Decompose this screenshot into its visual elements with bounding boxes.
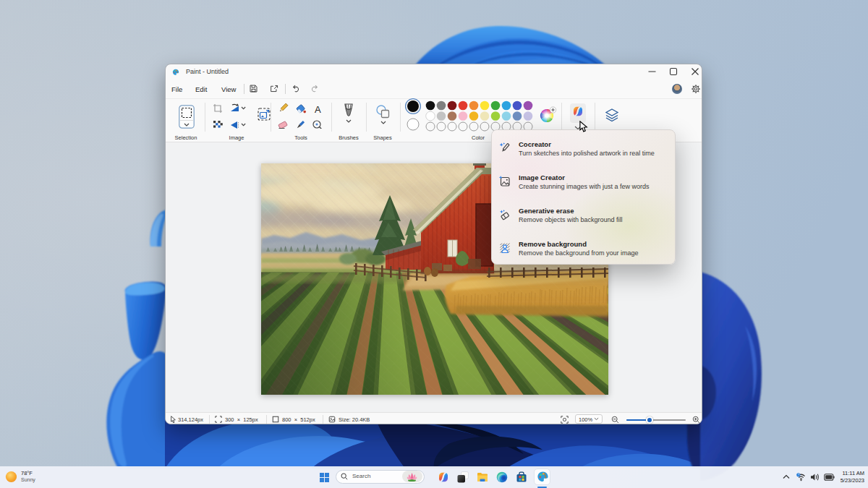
svg-text:A: A [315, 104, 321, 115]
